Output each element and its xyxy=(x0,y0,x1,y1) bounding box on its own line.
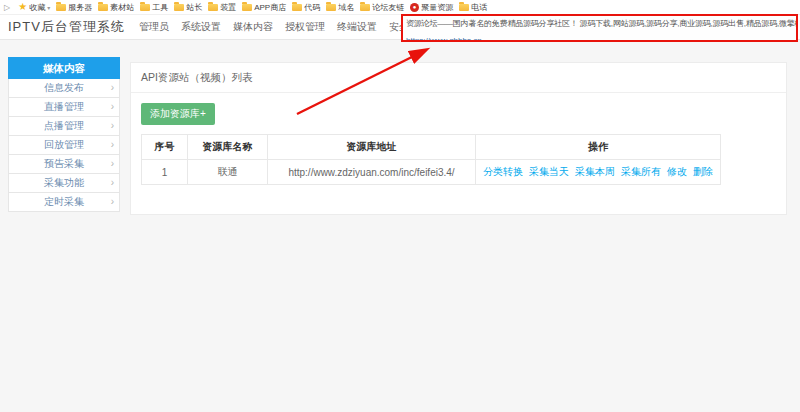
bookmark-item[interactable]: 电话 xyxy=(459,2,487,13)
chevron-down-icon: ▾ xyxy=(47,4,50,11)
sidebar-item-label: 预告采集 xyxy=(44,158,84,169)
sidebar-item-label: 直播管理 xyxy=(44,101,84,112)
sidebar-item-playback-management[interactable]: 回放管理 › xyxy=(8,136,120,155)
star-icon: ★ xyxy=(18,2,27,12)
site-favicon-icon: ● xyxy=(410,3,419,12)
sidebar-item-label: 定时采集 xyxy=(44,196,84,207)
sidebar-item-scheduled-collect[interactable]: 定时采集 › xyxy=(8,193,120,212)
nav-item-auth-management[interactable]: 授权管理 xyxy=(285,20,325,34)
add-resource-button[interactable]: 添加资源库+ xyxy=(141,103,215,125)
chevron-right-icon: › xyxy=(111,174,114,192)
bookmark-label: 装置 xyxy=(220,2,236,13)
nav-item-admin[interactable]: 管理员 xyxy=(139,20,169,34)
column-header-url: 资源库地址 xyxy=(268,135,476,160)
link-collect-today[interactable]: 采集当天 xyxy=(529,166,569,177)
sidebar-item-label: 采集功能 xyxy=(44,177,84,188)
resource-table: 序号 资源库名称 资源库地址 操作 1 联通 http://www.zdziyu… xyxy=(141,134,721,185)
chevron-right-icon: › xyxy=(111,79,114,97)
folder-icon xyxy=(292,4,302,11)
main-panel: API资源站（视频）列表 添加资源库+ 序号 资源库名称 资源库地址 操作 1 … xyxy=(130,62,787,215)
link-category-convert[interactable]: 分类转换 xyxy=(483,166,523,177)
bookmark-label: 域名 xyxy=(338,2,354,13)
bookmark-item[interactable]: 论坛友链 xyxy=(360,2,404,13)
nav-item-system-settings[interactable]: 系统设置 xyxy=(181,20,221,34)
folder-icon xyxy=(242,4,252,11)
folder-icon xyxy=(208,4,218,11)
sidebar-item-label: 信息发布 xyxy=(44,82,84,93)
folder-icon xyxy=(56,4,66,11)
bookmark-label: 代码 xyxy=(304,2,320,13)
folder-icon xyxy=(98,4,108,11)
favorites-label: 收藏 xyxy=(29,2,45,13)
sidebar-item-epg-collect[interactable]: 预告采集 › xyxy=(8,155,120,174)
bookmark-item[interactable]: 工具 xyxy=(140,2,168,13)
bookmarks-overflow-icon[interactable]: ▷ xyxy=(4,3,10,12)
bookmark-label: 素材站 xyxy=(110,2,134,13)
bookmark-item[interactable]: 装置 xyxy=(208,2,236,13)
cell-operations: 分类转换采集当天采集本周采集所有修改删除 xyxy=(476,160,721,185)
link-collect-week[interactable]: 采集本周 xyxy=(575,166,615,177)
bookmark-item[interactable]: 站长 xyxy=(174,2,202,13)
folder-icon xyxy=(174,4,184,11)
folder-icon xyxy=(326,4,336,11)
column-header-index: 序号 xyxy=(142,135,188,160)
sidebar-item-info-publish[interactable]: 信息发布 › xyxy=(8,79,120,98)
link-edit[interactable]: 修改 xyxy=(667,166,687,177)
bookmark-label: 站长 xyxy=(186,2,202,13)
chevron-right-icon: › xyxy=(111,136,114,154)
chevron-right-icon: › xyxy=(111,193,114,211)
sidebar-item-collect-function[interactable]: 采集功能 › xyxy=(8,174,120,193)
app-title: IPTV后台管理系统 xyxy=(8,18,125,36)
bookmark-item[interactable]: 域名 xyxy=(326,2,354,13)
bookmarks-bar: ▷ ★ 收藏 ▾ 服务器 素材站 工具 站长 装置 APP商店 代码 域名 论坛… xyxy=(0,0,800,15)
bookmark-tooltip-text: 资源论坛——国内著名的免费精品源码分享社区！ 源码下载,网站源码,源码分享,商业… xyxy=(406,18,793,29)
nav-item-terminal-settings[interactable]: 终端设置 xyxy=(337,20,377,34)
bookmark-tooltip-url: https://www.qhbbs.cn xyxy=(406,36,482,42)
chevron-right-icon: › xyxy=(111,98,114,116)
folder-icon xyxy=(140,4,150,11)
folder-icon xyxy=(360,4,370,11)
cell-index: 1 xyxy=(142,160,188,185)
column-header-operations: 操作 xyxy=(476,135,721,160)
chevron-right-icon: › xyxy=(111,155,114,173)
sidebar: 媒体内容 信息发布 › 直播管理 › 点播管理 › 回放管理 › 预告采集 › … xyxy=(8,57,120,212)
column-header-name: 资源库名称 xyxy=(188,135,268,160)
nav-item-media-content[interactable]: 媒体内容 xyxy=(233,20,273,34)
cell-resource-url: http://www.zdziyuan.com/inc/feifei3.4/ xyxy=(268,160,476,185)
bookmark-item[interactable]: 服务器 xyxy=(56,2,92,13)
bookmark-label: 服务器 xyxy=(68,2,92,13)
table-row: 1 联通 http://www.zdziyuan.com/inc/feifei3… xyxy=(142,160,721,185)
table-header-row: 序号 资源库名称 资源库地址 操作 xyxy=(142,135,721,160)
bookmark-item[interactable]: 素材站 xyxy=(98,2,134,13)
bookmark-label: 电话 xyxy=(471,2,487,13)
chevron-right-icon: › xyxy=(111,117,114,135)
sidebar-item-label: 点播管理 xyxy=(44,120,84,131)
folder-icon xyxy=(459,4,469,11)
bookmark-item[interactable]: 代码 xyxy=(292,2,320,13)
bookmark-item[interactable]: APP商店 xyxy=(242,2,286,13)
favorites-menu[interactable]: ★ 收藏 ▾ xyxy=(18,2,50,13)
sidebar-header-media-content: 媒体内容 xyxy=(8,57,120,79)
sidebar-item-live-management[interactable]: 直播管理 › xyxy=(8,98,120,117)
page-title: API资源站（视频）列表 xyxy=(131,63,786,93)
bookmark-label: APP商店 xyxy=(254,2,286,13)
bookmark-label: 聚量资源 xyxy=(421,2,453,13)
cell-resource-name: 联通 xyxy=(188,160,268,185)
bookmark-item[interactable]: ●聚量资源 xyxy=(410,2,453,13)
bookmark-label: 论坛友链 xyxy=(372,2,404,13)
link-collect-all[interactable]: 采集所有 xyxy=(621,166,661,177)
bookmark-label: 工具 xyxy=(152,2,168,13)
sidebar-item-vod-management[interactable]: 点播管理 › xyxy=(8,117,120,136)
link-delete[interactable]: 删除 xyxy=(693,166,713,177)
annotation-red-box: 资源论坛——国内著名的免费精品源码分享社区！ 源码下载,网站源码,源码分享,商业… xyxy=(401,14,798,42)
sidebar-item-label: 回放管理 xyxy=(44,139,84,150)
